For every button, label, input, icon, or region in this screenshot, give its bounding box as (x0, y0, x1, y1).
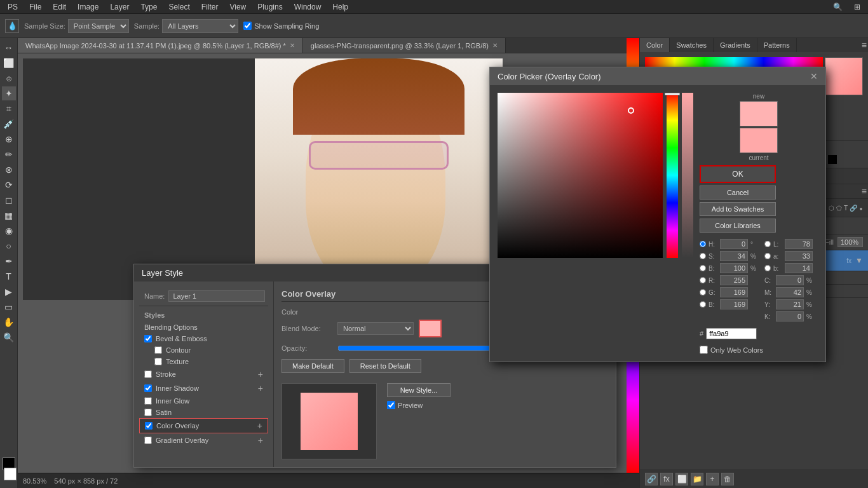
delete-layer-btn[interactable]: 🗑 (721, 473, 734, 485)
lsd-satin-check[interactable] (144, 409, 152, 416)
lsd-item-blending[interactable]: Blending Options (139, 322, 268, 333)
lsd-texture-check[interactable] (154, 358, 162, 365)
cpd-b-input[interactable] (720, 263, 748, 273)
lsd-blend-mode-select[interactable]: Normal Multiply Screen (337, 322, 414, 335)
new-layer-btn[interactable]: + (706, 473, 719, 485)
spot-heal-tool[interactable]: ⊕ (2, 132, 16, 146)
cpd-Y-input[interactable] (776, 299, 804, 309)
shape-tool[interactable]: ▭ (2, 300, 16, 314)
sample-select[interactable]: All Layers (162, 19, 238, 33)
new-group-btn[interactable]: 📁 (691, 473, 703, 485)
tab-color[interactable]: Color (640, 38, 670, 52)
arrange-btn[interactable]: ⊞ (849, 1, 865, 13)
search-btn[interactable]: 🔍 (828, 1, 848, 13)
menu-filter[interactable]: Filter (196, 1, 224, 13)
lsd-preview-checkbox[interactable] (387, 401, 395, 409)
menu-view[interactable]: View (224, 1, 251, 13)
cpd-alpha-slider[interactable] (682, 93, 693, 258)
menu-layer[interactable]: Layer (105, 1, 134, 13)
cpd-saturation-field[interactable] (498, 93, 663, 258)
lsd-inner-shadow-check[interactable] (144, 384, 152, 392)
menu-select[interactable]: Select (163, 1, 194, 13)
lasso-tool[interactable]: ⌾ (2, 71, 16, 85)
cpd-s-radio[interactable] (700, 253, 706, 259)
doc-tab-1-close[interactable]: ✕ (492, 42, 498, 49)
panel-options-icon[interactable]: ≡ (860, 38, 868, 52)
cpd-M-input[interactable] (776, 287, 804, 297)
show-sampling-ring-checkbox[interactable]: Show Sampling Ring (243, 22, 319, 30)
cpd-blab-radio[interactable] (764, 265, 771, 271)
fill-input[interactable] (837, 237, 863, 247)
menu-plugins[interactable]: Plugins (252, 1, 287, 13)
zoom-tool[interactable]: 🔍 (2, 330, 16, 344)
brush-tool[interactable]: ✏ (2, 147, 16, 161)
dodge-tool[interactable]: ○ (2, 239, 16, 253)
layer-0-expand[interactable]: ▼ (855, 256, 863, 265)
lsd-item-stroke[interactable]: Stroke + (139, 367, 268, 381)
cpd-g-input[interactable] (720, 287, 748, 297)
cpd-hue-slider[interactable] (667, 93, 678, 258)
cpd-color-libraries-button[interactable]: Color Libraries (700, 219, 776, 233)
lsd-bevel-check[interactable] (144, 335, 152, 342)
lsd-stroke-add[interactable]: + (258, 369, 263, 379)
cpd-s-input[interactable] (720, 251, 748, 261)
eyedropper-tool[interactable]: 💉 (2, 117, 16, 131)
menu-window[interactable]: Window (289, 1, 327, 13)
doc-tab-0-close[interactable]: ✕ (290, 42, 295, 49)
cpd-hex-input[interactable] (706, 328, 757, 339)
cpd-r-radio[interactable] (700, 277, 706, 283)
lsd-item-color-overlay[interactable]: Color Overlay + (139, 418, 268, 433)
gradient-tool[interactable]: ▦ (2, 208, 16, 222)
background-color[interactable] (4, 468, 17, 480)
lsd-item-gradient-overlay[interactable]: Gradient Overlay + (139, 433, 268, 447)
eyedropper-icon[interactable]: 💧 (5, 19, 19, 33)
pen-tool[interactable]: ✒ (2, 254, 16, 268)
move-tool[interactable]: ↔ (2, 41, 16, 55)
cpd-b2-input[interactable] (720, 299, 748, 309)
menu-edit[interactable]: Edit (48, 1, 71, 13)
eraser-tool[interactable]: ◻ (2, 193, 16, 207)
cpd-r-input[interactable] (720, 275, 748, 285)
lsd-color-overlay-check[interactable] (145, 422, 153, 430)
cpd-blab-input[interactable] (785, 263, 813, 273)
cpd-b2-radio[interactable] (700, 301, 706, 308)
lsd-item-bevel[interactable]: Bevel & Emboss (139, 333, 268, 344)
lsd-inner-shadow-add[interactable]: + (258, 383, 263, 393)
lsd-item-inner-shadow[interactable]: Inner Shadow + (139, 381, 268, 395)
doc-tab-0[interactable]: WhatsApp Image 2024-03-30 at 11.37.41 PM… (18, 38, 303, 53)
lsd-color-swatch[interactable] (419, 320, 442, 337)
cpd-add-to-swatches-button[interactable]: Add to Swatches (700, 202, 776, 216)
add-style-btn[interactable]: fx (660, 473, 673, 485)
cpd-L-radio[interactable] (764, 241, 771, 247)
cpd-title-bar[interactable]: Color Picker (Overlay Color) ✕ (490, 67, 825, 85)
magic-wand-tool[interactable]: ✦ (2, 86, 16, 100)
hand-tool[interactable]: ✋ (2, 315, 16, 329)
select-rect-tool[interactable]: ⬜ (2, 56, 16, 70)
cpd-only-web-checkbox[interactable] (700, 346, 708, 354)
cpd-cancel-button[interactable]: Cancel (700, 186, 776, 200)
text-tool[interactable]: T (2, 269, 16, 283)
lsd-color-overlay-add[interactable]: + (257, 421, 262, 431)
lsd-stroke-check[interactable] (144, 370, 152, 378)
sample-size-select[interactable]: Point Sample (68, 19, 129, 33)
cpd-L-input[interactable] (785, 239, 813, 249)
doc-tab-1[interactable]: glasses-PNG-transparent.png @ 33.3% (Lay… (303, 38, 506, 53)
lsd-inner-glow-check[interactable] (144, 397, 152, 405)
cpd-h-radio[interactable] (700, 241, 706, 247)
tab-gradients[interactable]: Gradients (714, 38, 757, 52)
app-icon[interactable]: PS (3, 1, 23, 13)
lsd-reset-to-default-btn[interactable]: Reset to Default (349, 359, 421, 373)
layers-options-icon[interactable]: ≡ (860, 184, 868, 198)
crop-tool[interactable]: ⌗ (2, 102, 16, 116)
cpd-ok-button[interactable]: OK (700, 165, 776, 183)
cpd-b-radio[interactable] (700, 265, 706, 271)
cpd-K-input[interactable] (776, 311, 804, 322)
lsd-make-default-btn[interactable]: Make Default (281, 359, 344, 373)
tab-swatches[interactable]: Swatches (670, 38, 714, 52)
cpd-a-radio[interactable] (764, 253, 771, 259)
lsd-item-contour[interactable]: Contour (139, 344, 268, 356)
lsd-item-texture[interactable]: Texture (139, 356, 268, 367)
lsd-new-style-btn[interactable]: New Style... (387, 383, 451, 397)
menu-help[interactable]: Help (327, 1, 353, 13)
swatch-black[interactable] (828, 155, 837, 164)
